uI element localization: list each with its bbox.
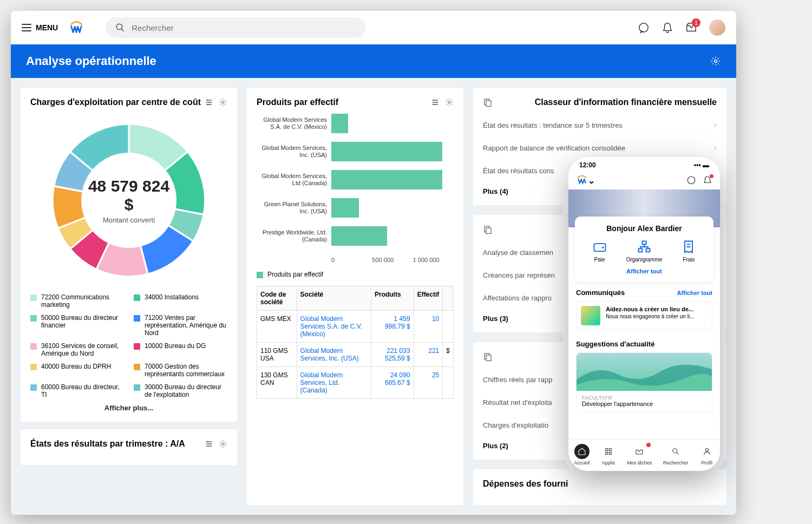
svg-point-36	[705, 449, 708, 451]
legend-item[interactable]: 72200 Communications marketing	[30, 293, 124, 309]
legend-item[interactable]: 71200 Ventes par représentation, Amériqu…	[134, 314, 227, 337]
bar-row[interactable]: Global Modern Services S.A. de C.V. (Mex…	[257, 114, 454, 133]
legend-item[interactable]: 10000 Bureau du DG	[134, 342, 227, 357]
svg-point-0	[116, 24, 122, 30]
suggestion-card[interactable]: FACULTATIF Développer l'appartenance	[576, 352, 712, 412]
cost-center-card: Charges d'exploitation par centre de coû…	[21, 88, 237, 422]
phone-status-bar: 12:00 ••• ▬	[568, 157, 720, 171]
show-all-link[interactable]: Afficher tout	[677, 290, 712, 296]
svg-rect-31	[609, 449, 611, 451]
show-all-link[interactable]: Afficher tout	[582, 268, 706, 274]
expenses-card: Dépenses des fourni	[473, 469, 726, 505]
svg-point-14	[434, 104, 435, 106]
workday-logo[interactable]	[69, 20, 84, 35]
svg-point-6	[207, 104, 209, 106]
bar-row[interactable]: Global Modern Services, Inc. (USA)	[257, 142, 454, 161]
sliders-icon[interactable]	[205, 440, 213, 448]
svg-rect-30	[605, 449, 607, 451]
bar-row[interactable]: Global Modern Services, Ltd (Canada)	[257, 170, 454, 189]
table-row[interactable]: GMS MEXGlobal Modern Services S.A. de C.…	[257, 311, 454, 343]
communique-thumb	[581, 306, 600, 325]
top-bar: MENU 1	[11, 11, 736, 44]
svg-point-11	[222, 443, 224, 445]
svg-point-12	[433, 100, 435, 101]
legend-swatch	[30, 384, 37, 391]
sliders-icon[interactable]	[431, 98, 440, 107]
receipt-icon	[681, 239, 696, 254]
search-icon	[671, 447, 680, 456]
menu-label: MENU	[36, 23, 58, 32]
svg-point-5	[209, 102, 211, 103]
svg-point-13	[436, 102, 437, 103]
bar-chart[interactable]: Global Modern Services S.A. de C.V. (Mex…	[257, 114, 454, 246]
donut-label: Montant converti	[86, 216, 172, 224]
show-more-button[interactable]: Afficher plus...	[30, 398, 227, 412]
app-expenses[interactable]: Frais	[681, 239, 696, 263]
report-link[interactable]: État des résultats : tendance sur 5 trim…	[483, 114, 717, 136]
states-card: États des résultats par trimestre : A/A	[21, 429, 237, 465]
workday-logo[interactable]	[576, 174, 588, 186]
tab-search[interactable]: Rechercher	[663, 444, 689, 466]
legend-swatch	[134, 364, 140, 370]
app-org[interactable]: Organigramme	[626, 239, 663, 263]
org-chart-icon	[637, 239, 652, 254]
bar-row[interactable]: Prestige Worldwide, Ltd. (Canada)	[257, 226, 454, 246]
revenue-table: Code de sociétéSociétéProduitsEffectifGM…	[257, 286, 454, 399]
legend-item[interactable]: 40000 Bureau du DPRH	[30, 363, 124, 378]
svg-point-22	[687, 176, 695, 184]
gear-icon[interactable]	[219, 440, 227, 448]
svg-point-3	[715, 60, 717, 63]
gear-icon[interactable]	[445, 98, 454, 107]
phone-nav: ⌄	[568, 171, 720, 189]
chat-button[interactable]	[638, 22, 650, 34]
wallet-icon	[592, 239, 607, 254]
inbox-badge: 1	[692, 18, 700, 27]
svg-rect-27	[646, 249, 650, 252]
legend-item[interactable]: 36100 Services de conseil, Amérique du N…	[30, 342, 124, 357]
chat-icon[interactable]	[686, 175, 696, 185]
communique-item[interactable]: Aidez-nous à créer un lieu de... Nous no…	[576, 301, 712, 330]
donut-chart[interactable]: 48 579 824 $ Montant converti	[42, 114, 215, 287]
bar-row[interactable]: Green Planet Solutions, Inc. (USA)	[257, 198, 454, 218]
svg-rect-21	[486, 355, 491, 361]
app-pay[interactable]: Paie	[592, 239, 607, 263]
legend-item[interactable]: 60000 Bureau du directeur, TI	[30, 383, 124, 398]
tab-tasks[interactable]: Mes tâches	[627, 444, 652, 466]
search-input[interactable]	[132, 23, 356, 32]
copy-icon	[483, 352, 493, 362]
chevron-down-icon[interactable]: ⌄	[588, 175, 595, 186]
notifications-button[interactable]	[662, 22, 673, 34]
signal-icons: ••• ▬	[694, 161, 709, 169]
svg-rect-25	[642, 241, 646, 245]
communiques-section: Communiqués Afficher tout Aidez-nous à c…	[568, 282, 720, 333]
bell-icon	[662, 22, 673, 34]
search-box[interactable]	[106, 17, 365, 38]
hamburger-icon	[22, 24, 31, 31]
legend-swatch	[257, 272, 263, 278]
phone-mockup: 12:00 ••• ▬ ⌄ Bonjour Alex Bardier Paie	[568, 157, 720, 471]
settings-button[interactable]	[710, 56, 721, 67]
sliders-icon[interactable]	[205, 98, 213, 107]
svg-point-4	[207, 100, 208, 101]
tab-profile[interactable]: Profil	[699, 444, 715, 466]
tab-apps[interactable]: Applis	[601, 444, 616, 466]
copy-icon	[483, 225, 493, 234]
table-row[interactable]: 110 GMS USAGlobal Modern Services, Inc. …	[257, 343, 454, 367]
tab-home[interactable]: Accueil	[574, 444, 590, 466]
search-icon	[115, 23, 125, 32]
svg-point-7	[222, 101, 224, 103]
legend-item[interactable]: 50000 Bureau du directeur financier	[30, 314, 124, 337]
avatar[interactable]	[709, 19, 725, 36]
menu-button[interactable]: MENU	[22, 23, 58, 32]
legend-swatch	[30, 364, 37, 370]
report-link[interactable]: Rapport de balance de vérification conso…	[483, 136, 717, 159]
legend-item[interactable]: 30000 Bureau du directeur de l'exploitat…	[134, 383, 227, 398]
legend-item[interactable]: 34000 Installations	[134, 293, 227, 309]
legend-item[interactable]: 70000 Gestion des représentants commerci…	[134, 363, 227, 378]
inbox-button[interactable]: 1	[685, 22, 697, 34]
table-row[interactable]: 130 GMS CANGlobal Modern Services, Ltd. …	[257, 367, 454, 399]
gear-icon[interactable]	[219, 98, 227, 107]
phone-tabbar: Accueil Applis Mes tâches Rechercher Pro…	[568, 439, 720, 471]
home-icon	[578, 447, 586, 456]
bar-axis: 0 500 000 1 000 000	[331, 257, 454, 263]
